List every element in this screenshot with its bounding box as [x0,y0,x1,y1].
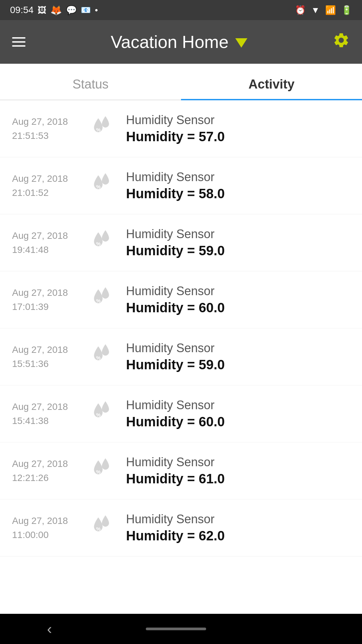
svg-text:%: % [96,241,101,247]
activity-time: 21:01:52 [12,186,79,200]
time-display: 09:54 [10,5,34,15]
header-title-area: Vacation Home [111,32,247,52]
activity-list-item: Aug 27, 2018 21:51:53 % Humi [0,100,362,157]
wifi-icon: ▼ [311,5,320,15]
sensor-value: Humidity = 58.0 [126,186,350,201]
activity-datetime: Aug 27, 2018 21:01:52 [12,172,79,200]
page-title: Vacation Home [111,32,229,52]
svg-text:%: % [96,469,101,475]
status-bar-right: ⏰ ▼ 📶 🔋 [295,5,352,15]
activity-list-item: Aug 27, 2018 15:41:38 % Humi [0,385,362,442]
humidity-sensor-icon: % [89,458,116,484]
settings-button[interactable] [333,32,350,53]
alarm-icon: ⏰ [295,5,306,15]
activity-info: Humidity Sensor Humidity = 59.0 [126,227,350,258]
activity-list-item: Aug 27, 2018 21:01:52 % Humi [0,157,362,214]
humidity-sensor-icon: % [89,229,116,256]
photo-icon: 🖼 [38,5,46,15]
header: Vacation Home [0,20,362,64]
activity-datetime: Aug 27, 2018 17:01:39 [12,286,79,314]
humidity-sensor-icon: % [89,115,116,142]
activity-list: Aug 27, 2018 21:51:53 % Humi [0,100,362,556]
status-bar: 09:54 🖼 🦊 💬 📧 • ⏰ ▼ 📶 🔋 [0,0,362,20]
svg-text:%: % [96,127,101,132]
activity-info: Humidity Sensor Humidity = 62.0 [126,512,350,543]
activity-info: Humidity Sensor Humidity = 58.0 [126,170,350,201]
tab-activity[interactable]: Activity [181,64,362,100]
sensor-name: Humidity Sensor [126,512,350,526]
activity-date: Aug 27, 2018 [12,115,79,129]
activity-time: 21:51:53 [12,129,79,143]
sensor-name: Humidity Sensor [126,227,350,241]
dropdown-arrow-icon[interactable] [235,38,247,48]
sensor-value: Humidity = 59.0 [126,357,350,372]
dot-icon: • [95,5,98,15]
activity-time: 12:21:26 [12,471,79,485]
sensor-name: Humidity Sensor [126,398,350,412]
battery-icon: 🔋 [341,5,352,15]
activity-date: Aug 27, 2018 [12,343,79,357]
back-button[interactable]: ‹ [47,621,52,637]
activity-info: Humidity Sensor Humidity = 59.0 [126,341,350,372]
sensor-name: Humidity Sensor [126,284,350,298]
activity-date: Aug 27, 2018 [12,172,79,186]
svg-text:%: % [96,184,101,190]
status-bar-left: 09:54 🖼 🦊 💬 📧 • [10,5,98,16]
sensor-name: Humidity Sensor [126,341,350,355]
svg-text:%: % [96,298,101,304]
sensor-name: Humidity Sensor [126,113,350,127]
activity-date: Aug 27, 2018 [12,457,79,471]
signal-icon: 📶 [325,5,336,15]
svg-text:%: % [96,412,101,418]
activity-datetime: Aug 27, 2018 19:41:48 [12,229,79,257]
activity-date: Aug 27, 2018 [12,286,79,300]
sensor-name: Humidity Sensor [126,455,350,469]
activity-list-item: Aug 27, 2018 17:01:39 % Humi [0,271,362,328]
humidity-sensor-icon: % [89,515,116,541]
svg-text:%: % [96,355,101,361]
menu-button[interactable] [12,37,25,47]
activity-info: Humidity Sensor Humidity = 57.0 [126,113,350,144]
sensor-value: Humidity = 61.0 [126,471,350,486]
activity-info: Humidity Sensor Humidity = 61.0 [126,455,350,486]
activity-date: Aug 27, 2018 [12,400,79,414]
activity-time: 19:41:48 [12,243,79,257]
outlook-icon: 📧 [81,5,91,15]
sensor-value: Humidity = 60.0 [126,414,350,429]
activity-list-item: Aug 27, 2018 12:21:26 % Humi [0,442,362,499]
activity-datetime: Aug 27, 2018 21:51:53 [12,115,79,143]
activity-info: Humidity Sensor Humidity = 60.0 [126,284,350,315]
sensor-value: Humidity = 57.0 [126,129,350,144]
humidity-sensor-icon: % [89,286,116,313]
tab-status[interactable]: Status [0,64,181,100]
activity-list-item: Aug 27, 2018 19:41:48 % Humi [0,214,362,271]
activity-time: 17:01:39 [12,300,79,314]
tab-bar: Status Activity [0,64,362,100]
activity-time: 11:00:00 [12,528,79,542]
humidity-sensor-icon: % [89,343,116,370]
activity-datetime: Aug 27, 2018 15:51:36 [12,343,79,371]
humidity-sensor-icon: % [89,172,116,199]
activity-datetime: Aug 27, 2018 15:41:38 [12,400,79,428]
activity-list-item: Aug 27, 2018 11:00:00 % Humi [0,499,362,556]
activity-list-item: Aug 27, 2018 15:51:36 % Humi [0,328,362,385]
firefox-icon: 🦊 [50,5,62,16]
bottom-navigation-bar: ‹ [0,614,362,644]
activity-date: Aug 27, 2018 [12,514,79,528]
svg-text:%: % [96,526,101,532]
activity-date: Aug 27, 2018 [12,229,79,243]
activity-time: 15:51:36 [12,357,79,371]
sensor-value: Humidity = 60.0 [126,300,350,315]
activity-info: Humidity Sensor Humidity = 60.0 [126,398,350,429]
home-indicator[interactable] [146,628,206,630]
sensor-value: Humidity = 62.0 [126,528,350,543]
sensor-value: Humidity = 59.0 [126,243,350,258]
activity-datetime: Aug 27, 2018 12:21:26 [12,457,79,485]
message-icon: 💬 [66,5,77,15]
humidity-sensor-icon: % [89,400,116,427]
activity-datetime: Aug 27, 2018 11:00:00 [12,514,79,542]
sensor-name: Humidity Sensor [126,170,350,184]
activity-time: 15:41:38 [12,414,79,428]
